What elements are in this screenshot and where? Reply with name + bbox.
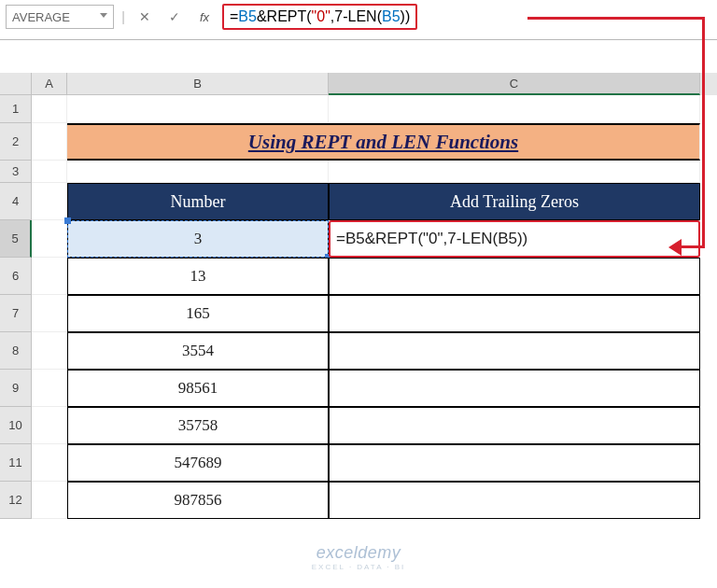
cell[interactable] xyxy=(32,183,67,220)
table-cell[interactable] xyxy=(329,407,700,444)
cell[interactable] xyxy=(32,370,67,407)
spreadsheet: A B C 1 2 Using REPT and LEN Functions 3… xyxy=(0,73,717,588)
cell[interactable] xyxy=(67,95,329,123)
cell[interactable] xyxy=(329,95,700,123)
row-12: 12 987856 xyxy=(0,482,717,519)
separator: | xyxy=(120,6,127,28)
table-cell[interactable] xyxy=(329,332,700,370)
row-9: 9 98561 xyxy=(0,370,717,407)
watermark: exceldemy EXCEL · DATA · BI xyxy=(312,543,406,571)
cell[interactable] xyxy=(32,123,67,161)
formula-token: = xyxy=(230,8,238,25)
cell[interactable] xyxy=(32,332,67,370)
cell[interactable] xyxy=(329,161,700,183)
cell[interactable] xyxy=(32,407,67,444)
formula-token: B5 xyxy=(238,8,257,25)
row-10: 10 35758 xyxy=(0,407,717,444)
row-2: 2 Using REPT and LEN Functions xyxy=(0,123,717,161)
formula-token: ,7-LEN( xyxy=(330,8,382,25)
formula-token: "0" xyxy=(312,8,330,25)
table-cell[interactable]: 13 xyxy=(67,258,329,295)
table-cell[interactable] xyxy=(329,295,700,332)
row-7: 7 165 xyxy=(0,295,717,332)
table-cell[interactable] xyxy=(329,482,700,519)
row-header[interactable]: 7 xyxy=(0,295,32,332)
column-headers: A B C xyxy=(0,73,717,95)
formula-token: &REPT( xyxy=(257,8,312,25)
table-cell[interactable]: 165 xyxy=(67,295,329,332)
col-header-a[interactable]: A xyxy=(32,73,67,95)
cancel-icon[interactable]: ✕ xyxy=(133,6,157,28)
grid-body: 1 2 Using REPT and LEN Functions 3 4 Num… xyxy=(0,95,717,588)
formula-token: B5 xyxy=(382,8,401,25)
cell-c5-editing[interactable]: =B5&REPT("0",7-LEN(B5)) xyxy=(329,220,700,258)
select-all-corner[interactable] xyxy=(0,73,32,95)
row-5: 5 3 =B5&REPT("0",7-LEN(B5)) xyxy=(0,220,717,258)
table-cell[interactable] xyxy=(329,370,700,407)
name-box-value: AVERAGE xyxy=(12,10,70,24)
row-header[interactable]: 4 xyxy=(0,183,32,220)
table-header-trailing: Add Trailing Zeros xyxy=(329,183,700,220)
row-header[interactable]: 5 xyxy=(0,220,32,258)
table-cell[interactable]: 547689 xyxy=(67,444,329,482)
row-8: 8 3554 xyxy=(0,332,717,370)
table-cell[interactable]: 987856 xyxy=(67,482,329,519)
table-cell[interactable] xyxy=(329,444,700,482)
table-cell[interactable] xyxy=(329,258,700,295)
fx-icon[interactable]: fx xyxy=(192,6,217,28)
chevron-down-icon xyxy=(100,13,107,18)
name-box[interactable]: AVERAGE xyxy=(6,5,114,29)
row-header[interactable]: 3 xyxy=(0,161,32,183)
row-header[interactable]: 2 xyxy=(0,123,32,161)
cell-b5[interactable]: 3 xyxy=(67,220,329,258)
table-cell[interactable]: 98561 xyxy=(67,370,329,407)
formula-bar: AVERAGE | ✕ ✓ fx = B5 &REPT( "0" ,7-LEN(… xyxy=(0,0,717,40)
row-6: 6 13 xyxy=(0,258,717,295)
row-header[interactable]: 8 xyxy=(0,332,32,370)
row-header[interactable]: 11 xyxy=(0,444,32,482)
cell[interactable] xyxy=(32,161,67,183)
enter-icon[interactable]: ✓ xyxy=(162,6,187,28)
row-1: 1 xyxy=(0,95,717,123)
row-header[interactable]: 9 xyxy=(0,370,32,407)
cell[interactable] xyxy=(32,95,67,123)
row-3: 3 xyxy=(0,161,717,183)
row-header[interactable]: 12 xyxy=(0,482,32,519)
col-header-c[interactable]: C xyxy=(329,73,700,95)
col-header-b[interactable]: B xyxy=(67,73,329,95)
row-header[interactable]: 1 xyxy=(0,95,32,123)
cell[interactable] xyxy=(32,258,67,295)
cell[interactable] xyxy=(32,295,67,332)
table-cell[interactable]: 35758 xyxy=(67,407,329,444)
page-title: Using REPT and LEN Functions xyxy=(67,123,700,161)
cell[interactable] xyxy=(32,220,67,258)
cell[interactable] xyxy=(67,161,329,183)
formula-input[interactable]: = B5 &REPT( "0" ,7-LEN( B5 )) xyxy=(222,4,417,30)
cell[interactable] xyxy=(32,482,67,519)
arrow-left-icon xyxy=(668,239,682,256)
table-cell[interactable]: 3554 xyxy=(67,332,329,370)
row-4: 4 Number Add Trailing Zeros xyxy=(0,183,717,220)
row-11: 11 547689 xyxy=(0,444,717,482)
watermark-tag: EXCEL · DATA · BI xyxy=(312,563,406,571)
table-header-number: Number xyxy=(67,183,329,220)
row-header[interactable]: 6 xyxy=(0,258,32,295)
cell[interactable] xyxy=(32,444,67,482)
row-header[interactable]: 10 xyxy=(0,407,32,444)
watermark-brand: exceldemy xyxy=(312,543,406,563)
formula-token: )) xyxy=(401,8,411,25)
